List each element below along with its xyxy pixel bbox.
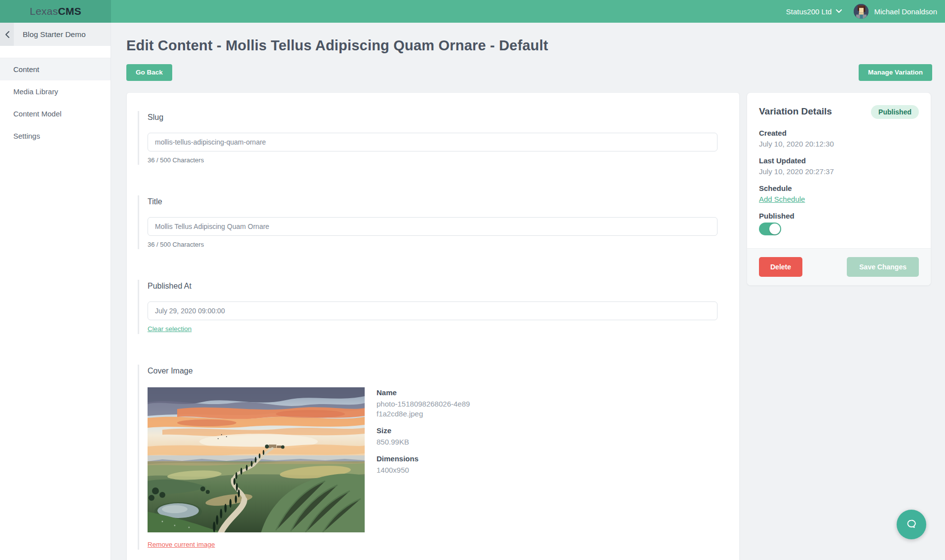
cover-image-photo bbox=[148, 387, 365, 532]
image-dimensions-value: 1400x950 bbox=[377, 465, 470, 475]
project-name[interactable]: Blog Starter Demo bbox=[14, 23, 86, 46]
variation-panel-footer: Delete Save Changes bbox=[747, 248, 931, 285]
title-label: Title bbox=[148, 197, 718, 206]
cover-image-row: Name photo-1518098268026-4e89f1a2cd8e.jp… bbox=[148, 387, 718, 532]
published-toggle-knob bbox=[769, 224, 780, 234]
top-bar-right: Status200 Ltd Michael Donaldson bbox=[786, 4, 945, 19]
sidebar-item-content[interactable]: Content bbox=[0, 58, 111, 80]
slug-char-count: 36 / 500 Characters bbox=[148, 156, 718, 164]
sidebar-spacer bbox=[0, 46, 111, 58]
actions-row: Go Back Manage Variation bbox=[126, 64, 932, 81]
app-logo[interactable]: LexasCMS bbox=[0, 0, 111, 23]
sidebar-nav: Content Media Library Content Model Sett… bbox=[0, 58, 111, 147]
published-at-field-group: Published At Clear selection bbox=[138, 280, 718, 334]
published-at-input[interactable] bbox=[148, 301, 718, 320]
app-logo-part1: Lexas bbox=[30, 5, 58, 17]
chat-bubble-icon bbox=[905, 518, 918, 531]
image-size-label: Size bbox=[377, 426, 470, 435]
image-size-value: 850.99KB bbox=[377, 437, 470, 447]
cover-image-field-group: Cover Image bbox=[138, 365, 718, 550]
variation-panel-title: Variation Details bbox=[759, 105, 832, 117]
clear-selection-link[interactable]: Clear selection bbox=[148, 325, 191, 333]
variation-panel-header: Variation Details Published bbox=[759, 105, 919, 119]
user-name: Michael Donaldson bbox=[874, 7, 937, 16]
sidebar-header: Blog Starter Demo bbox=[0, 23, 111, 46]
slug-input[interactable] bbox=[148, 133, 718, 151]
title-field-group: Title 36 / 500 Characters bbox=[138, 195, 718, 249]
created-value: July 10, 2020 20:12:30 bbox=[759, 140, 919, 148]
remove-image-link[interactable]: Remove current image bbox=[148, 541, 215, 548]
content-form-card: Slug 36 / 500 Characters Title 36 / 500 … bbox=[126, 92, 740, 560]
page-title: Edit Content - Mollis Tellus Adipiscing … bbox=[126, 37, 932, 54]
go-back-button[interactable]: Go Back bbox=[126, 64, 172, 81]
main-area: Edit Content - Mollis Tellus Adipiscing … bbox=[111, 23, 945, 560]
top-bar: LexasCMS Status200 Ltd Michael Donaldson bbox=[0, 0, 945, 23]
sidebar-item-content-model[interactable]: Content Model bbox=[0, 103, 111, 125]
back-button[interactable] bbox=[0, 23, 14, 46]
help-launcher-button[interactable] bbox=[897, 510, 926, 539]
sidebar: Blog Starter Demo Content Media Library … bbox=[0, 23, 111, 560]
sidebar-item-settings[interactable]: Settings bbox=[0, 125, 111, 147]
created-label: Created bbox=[759, 129, 919, 137]
image-name-value: photo-1518098268026-4e89f1a2cd8e.jpeg bbox=[377, 399, 470, 419]
add-schedule-link[interactable]: Add Schedule bbox=[759, 195, 805, 203]
org-switcher[interactable]: Status200 Ltd bbox=[786, 7, 842, 16]
last-updated-label: Last Updated bbox=[759, 156, 919, 165]
org-name: Status200 Ltd bbox=[786, 7, 832, 16]
app-logo-part2: CMS bbox=[58, 5, 81, 17]
image-dimensions-label: Dimensions bbox=[377, 454, 470, 463]
variation-panel-body: Variation Details Published Created July… bbox=[747, 93, 931, 248]
variation-details-panel: Variation Details Published Created July… bbox=[747, 92, 931, 286]
image-name-label: Name bbox=[377, 388, 470, 397]
schedule-label: Schedule bbox=[759, 184, 919, 192]
status-badge: Published bbox=[871, 105, 919, 119]
delete-button[interactable]: Delete bbox=[759, 257, 802, 277]
published-at-label: Published At bbox=[148, 282, 718, 291]
content-columns: Slug 36 / 500 Characters Title 36 / 500 … bbox=[126, 92, 932, 560]
title-char-count: 36 / 500 Characters bbox=[148, 241, 718, 248]
cover-image-label: Cover Image bbox=[148, 367, 718, 375]
sidebar-item-media-library[interactable]: Media Library bbox=[0, 80, 111, 103]
manage-variation-button[interactable]: Manage Variation bbox=[859, 64, 932, 81]
save-changes-button[interactable]: Save Changes bbox=[847, 257, 919, 277]
published-toggle[interactable] bbox=[759, 223, 781, 235]
slug-label: Slug bbox=[148, 113, 718, 122]
title-input[interactable] bbox=[148, 217, 718, 236]
chevron-down-icon bbox=[836, 9, 842, 13]
cover-image-meta: Name photo-1518098268026-4e89f1a2cd8e.jp… bbox=[377, 387, 470, 532]
avatar bbox=[854, 4, 869, 19]
chevron-left-icon bbox=[4, 31, 10, 38]
last-updated-value: July 10, 2020 20:27:37 bbox=[759, 167, 919, 176]
user-menu[interactable]: Michael Donaldson bbox=[854, 4, 937, 19]
published-label: Published bbox=[759, 212, 919, 220]
slug-field-group: Slug 36 / 500 Characters bbox=[138, 111, 718, 165]
